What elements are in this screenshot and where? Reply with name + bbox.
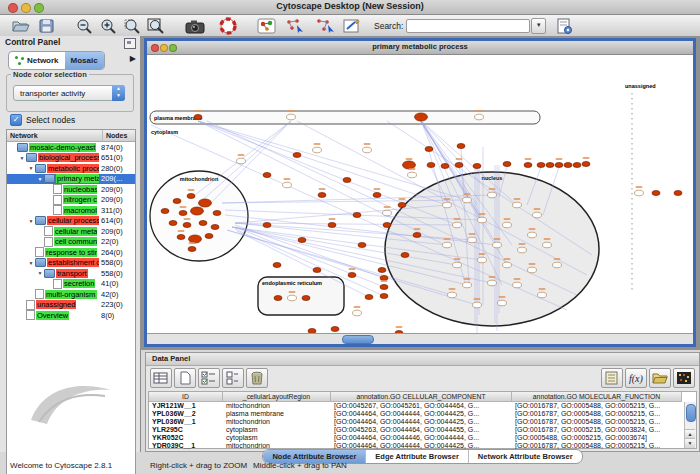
- network-node[interactable]: [177, 235, 185, 240]
- network-canvas[interactable]: plasma membrane cytoplasm mitochondrion …: [147, 55, 693, 334]
- save-session-icon[interactable]: [36, 17, 58, 35]
- network-node[interactable]: [353, 213, 361, 218]
- network-node[interactable]: [313, 147, 322, 153]
- network-node[interactable]: [518, 247, 527, 253]
- network-node[interactable]: [380, 285, 388, 290]
- network-node[interactable]: [533, 212, 542, 218]
- tree-row[interactable]: nucleobase-209(0): [7, 184, 135, 195]
- help-icon[interactable]: [218, 17, 240, 35]
- tree-row[interactable]: ▼establishment of lo558(0): [7, 258, 135, 269]
- select-tool-icon[interactable]: [314, 17, 336, 35]
- network-node[interactable]: [528, 232, 537, 238]
- color-attribute-dropdown[interactable]: transporter activity ▲▼: [13, 85, 125, 101]
- network-node[interactable]: [488, 280, 497, 286]
- unselect-attributes-icon[interactable]: [222, 368, 244, 388]
- network-node[interactable]: [363, 147, 372, 153]
- network-node[interactable]: [188, 247, 196, 252]
- network-node[interactable]: [528, 267, 537, 273]
- network-node[interactable]: [302, 296, 310, 301]
- network-node[interactable]: [408, 172, 417, 178]
- network-node[interactable]: [348, 273, 356, 278]
- attribute-grid-icon[interactable]: [150, 368, 172, 388]
- network-node[interactable]: [538, 292, 547, 298]
- network-node[interactable]: [498, 300, 507, 306]
- network-node[interactable]: [553, 262, 562, 268]
- formula-fx-icon[interactable]: f(x): [625, 368, 647, 388]
- network-node[interactable]: [564, 163, 572, 168]
- network-node[interactable]: [313, 268, 321, 273]
- network-node[interactable]: [441, 164, 449, 169]
- network-node[interactable]: [555, 163, 563, 168]
- network-node[interactable]: [343, 178, 351, 183]
- network-node[interactable]: [401, 253, 409, 258]
- vizmapper-icon[interactable]: [256, 17, 278, 35]
- tree-row[interactable]: ▼primary metabo209(...: [7, 174, 135, 185]
- matrix-icon[interactable]: [673, 368, 695, 388]
- column-header[interactable]: ID: [149, 392, 223, 402]
- network-node[interactable]: [537, 163, 545, 168]
- network-node[interactable]: [503, 222, 512, 228]
- layout-tool-icon[interactable]: [284, 17, 306, 35]
- table-row[interactable]: YJR121W__1mitochondrion[GO:0045267, GO:0…: [149, 402, 696, 410]
- network-node[interactable]: [353, 310, 362, 316]
- network-node[interactable]: [478, 257, 487, 263]
- network-node[interactable]: [173, 199, 181, 204]
- zoom-in-icon[interactable]: [98, 17, 120, 35]
- network-node[interactable]: [205, 234, 213, 239]
- network-node[interactable]: [403, 161, 416, 169]
- network-node[interactable]: [473, 302, 482, 308]
- network-node[interactable]: [263, 173, 271, 178]
- scroll-down-icon[interactable]: ▼: [685, 438, 695, 448]
- tree-row[interactable]: secretion41(0): [7, 279, 135, 290]
- tree-row[interactable]: multi-organism pro42(0): [7, 289, 135, 300]
- network-node[interactable]: [189, 235, 202, 243]
- network-node[interactable]: [524, 163, 532, 168]
- network-node[interactable]: [463, 197, 472, 203]
- network-node[interactable]: [453, 222, 462, 228]
- network-node[interactable]: [199, 221, 207, 226]
- column-header[interactable]: annotation.GO MOLECULAR_FUNCTION: [512, 392, 682, 402]
- dropdown-stepper-icon[interactable]: ▲▼: [112, 85, 125, 101]
- tree-row[interactable]: response to stimulu264(0): [7, 247, 135, 258]
- disclosure-icon[interactable]: ▼: [36, 270, 44, 276]
- network-node[interactable]: [455, 163, 463, 168]
- network-node[interactable]: [331, 327, 339, 332]
- disclosure-icon[interactable]: ▼: [36, 176, 44, 182]
- network-node[interactable]: [318, 193, 326, 198]
- network-node[interactable]: [373, 193, 381, 198]
- network-node[interactable]: [179, 211, 187, 216]
- tree-row[interactable]: cellular metabo209(0): [7, 226, 135, 237]
- network-node[interactable]: [187, 194, 195, 199]
- network-node[interactable]: [213, 211, 221, 216]
- tab-network[interactable]: Network: [9, 52, 65, 69]
- network-node[interactable]: [378, 268, 386, 273]
- network-node[interactable]: [161, 209, 169, 214]
- network-node[interactable]: [383, 210, 392, 216]
- network-node[interactable]: [674, 191, 682, 196]
- network-node[interactable]: [199, 199, 212, 207]
- search-dropdown-icon[interactable]: ▼: [531, 18, 546, 34]
- network-window-titlebar[interactable]: primary metabolic process: [147, 41, 693, 55]
- hscroll-thumb[interactable]: [342, 335, 374, 344]
- new-attribute-icon[interactable]: [174, 368, 196, 388]
- tree-row[interactable]: cell communicat22(0): [7, 237, 135, 248]
- tree-row[interactable]: mosaic-demo-yeast874(0): [7, 142, 135, 153]
- network-node[interactable]: [194, 115, 202, 120]
- column-header[interactable]: annotation.GO CELLULAR_COMPONENT: [331, 392, 512, 402]
- delete-attribute-icon[interactable]: [246, 368, 268, 388]
- tree-header-network[interactable]: Network: [7, 130, 103, 141]
- network-node[interactable]: [287, 114, 296, 120]
- network-node[interactable]: [493, 242, 502, 248]
- network-node[interactable]: [573, 163, 581, 168]
- select-nodes-checkbox[interactable]: ✓: [10, 114, 22, 126]
- select-attributes-icon[interactable]: [198, 368, 220, 388]
- network-node[interactable]: [503, 162, 511, 167]
- network-node[interactable]: [443, 242, 452, 248]
- network-hscrollbar[interactable]: [147, 333, 693, 344]
- disclosure-icon[interactable]: ▼: [27, 165, 35, 171]
- open-file-icon[interactable]: [10, 17, 32, 35]
- column-header[interactable]: _cellularLayoutRegion: [223, 392, 331, 402]
- network-node[interactable]: [288, 295, 297, 301]
- network-node[interactable]: [475, 114, 484, 120]
- zoom-fit-icon[interactable]: [146, 17, 168, 35]
